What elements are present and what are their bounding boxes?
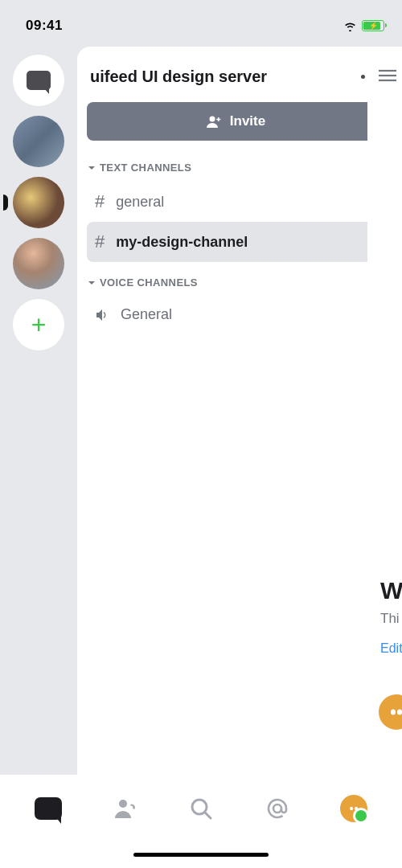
voice-channel-general[interactable]: General	[87, 297, 384, 333]
discord-logo-icon	[384, 700, 402, 724]
server-avatar	[13, 177, 64, 228]
server-rail: +	[0, 47, 77, 775]
wifi-icon	[343, 21, 357, 31]
status-bar: 09:41 ⚡	[0, 0, 402, 40]
channel-panel: uifeed UI design server Invite TEXT CHAN…	[77, 47, 394, 775]
discord-icon	[35, 797, 62, 820]
at-icon	[265, 796, 289, 821]
person-add-icon	[206, 115, 222, 128]
plus-icon: +	[31, 310, 47, 340]
status-icons: ⚡	[343, 20, 384, 31]
edit-link[interactable]: Edit	[380, 641, 402, 656]
server-item-1[interactable]	[13, 116, 64, 167]
category-label: TEXT CHANNELS	[100, 162, 191, 174]
search-icon	[189, 796, 213, 821]
channel-name: my-design-channel	[116, 234, 248, 251]
svg-point-4	[391, 710, 396, 715]
server-title: uifeed UI design server	[90, 68, 267, 86]
svg-line-8	[205, 813, 211, 818]
channel-general[interactable]: # general	[87, 182, 384, 222]
channel-name: General	[121, 306, 172, 323]
svg-point-10	[350, 807, 353, 811]
status-time: 09:41	[26, 18, 63, 34]
server-avatar	[13, 116, 64, 167]
bottom-nav	[0, 775, 402, 868]
svg-point-11	[355, 807, 358, 811]
home-indicator[interactable]	[133, 853, 269, 857]
server-item-3[interactable]	[13, 238, 64, 289]
invite-label: Invite	[230, 113, 265, 129]
chat-peek-panel[interactable]: W Thi Edit	[367, 47, 402, 775]
menu-icon[interactable]	[379, 69, 396, 82]
svg-point-9	[273, 805, 281, 813]
main-area: + uifeed UI design server Invite TEXT CH…	[0, 47, 402, 775]
add-server-button[interactable]: +	[13, 299, 64, 350]
active-indicator	[3, 194, 8, 211]
discord-face-icon	[345, 800, 363, 817]
channel-my-design-channel[interactable]: # my-design-channel	[87, 222, 384, 262]
friends-icon	[113, 796, 137, 821]
nav-profile[interactable]	[336, 791, 371, 826]
profile-avatar-icon	[340, 795, 367, 822]
nav-friends[interactable]	[107, 791, 142, 826]
battery-icon: ⚡	[362, 20, 384, 31]
server-avatar	[13, 238, 64, 289]
dots-icon	[361, 75, 365, 79]
server-item-2[interactable]	[13, 177, 64, 228]
speaker-icon	[95, 308, 109, 322]
messages-icon	[27, 71, 51, 90]
peek-heading: W	[380, 577, 402, 604]
category-label: VOICE CHANNELS	[100, 276, 198, 289]
channel-name: general	[116, 194, 164, 211]
user-avatar[interactable]	[379, 694, 402, 730]
svg-point-0	[209, 117, 215, 122]
chevron-down-icon	[87, 163, 96, 173]
nav-search[interactable]	[183, 791, 219, 826]
hash-icon: #	[95, 191, 105, 212]
chevron-down-icon	[87, 278, 96, 288]
nav-home[interactable]	[31, 791, 66, 826]
hash-icon: #	[95, 231, 105, 252]
server-header[interactable]: uifeed UI design server	[87, 68, 384, 86]
invite-button[interactable]: Invite	[87, 102, 384, 141]
svg-point-6	[119, 800, 127, 808]
text-channels-category[interactable]: TEXT CHANNELS +	[87, 158, 384, 182]
voice-channels-category[interactable]: VOICE CHANNELS +	[87, 273, 384, 297]
dm-button[interactable]	[13, 55, 64, 106]
svg-point-5	[397, 710, 402, 715]
peek-subtext: Thi	[380, 611, 402, 627]
nav-mentions[interactable]	[260, 791, 295, 826]
